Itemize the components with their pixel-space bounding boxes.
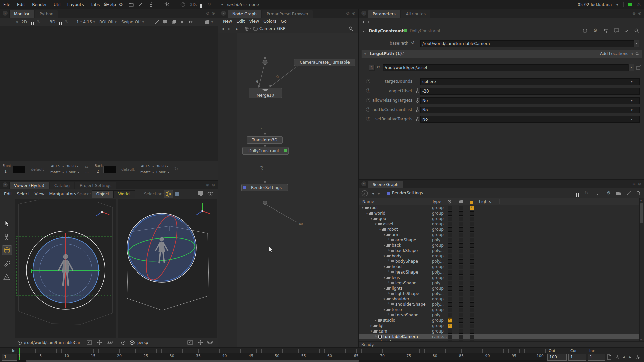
back-srgb-dropdown[interactable]: sRGB — [156, 164, 166, 168]
live-render-checkbox[interactable] — [470, 329, 474, 334]
front-color-dropdown[interactable]: Color — [66, 170, 75, 174]
search-icon[interactable] — [635, 52, 640, 56]
viewer-visibility-checkbox[interactable] — [448, 233, 452, 237]
value-dropdown-icon[interactable]: ▾ — [631, 99, 633, 102]
expander-icon[interactable]: ▾ — [382, 276, 386, 279]
scenegraph-row[interactable]: ▾ robot group — [359, 227, 639, 232]
viewer-visibility-checkbox[interactable] — [448, 254, 452, 258]
node-transform3d[interactable]: Transform3D — [247, 136, 283, 144]
expander-icon[interactable]: ▾ — [374, 222, 378, 226]
measure-tool-button[interactable] — [2, 272, 11, 282]
viewer-visibility-checkbox[interactable] — [448, 265, 452, 269]
curve-icon[interactable] — [138, 2, 143, 7]
viewer-visibility-checkbox[interactable] — [448, 217, 452, 221]
tab-project-settings[interactable]: Project Settings — [75, 182, 116, 189]
ratio-dropdown[interactable]: 1 : 4.15 — [76, 20, 92, 24]
scenegraph-row[interactable]: └ backShape poly... — [359, 248, 639, 253]
render-working-set-checkbox[interactable] — [459, 318, 463, 323]
live-render-checkbox[interactable] — [470, 265, 474, 269]
scenegraph-row[interactable]: ▾ lights group — [359, 286, 639, 291]
live-render-checkbox[interactable] — [470, 222, 474, 226]
scenegraph-row[interactable]: ▾ asset group — [359, 221, 639, 227]
node-state-icon[interactable] — [583, 28, 587, 33]
settings-gear-icon[interactable]: ⚙ — [103, 2, 108, 7]
viewer-visibility-checkbox[interactable] — [448, 259, 452, 264]
render-working-set-checkbox[interactable] — [459, 302, 463, 307]
back-matte-dropdown[interactable]: matte — [140, 170, 151, 174]
wand-icon[interactable] — [155, 20, 159, 24]
scenegraph-row[interactable]: ▾ head group — [359, 264, 639, 269]
viewer-visibility-checkbox[interactable] — [448, 249, 452, 253]
selection-globe-button[interactable] — [164, 190, 173, 198]
scenegraph-row[interactable]: └ legsShape poly... — [359, 280, 639, 286]
stereo-glasses-icon[interactable] — [107, 340, 113, 344]
targetpath-dropdown-button[interactable]: ▾ — [628, 64, 634, 71]
expander-icon[interactable]: ▾ — [382, 308, 386, 311]
back-swatch[interactable] — [103, 166, 116, 173]
expander-icon[interactable]: ▾ — [369, 217, 373, 220]
scene-filename-caret-icon[interactable]: ▾ — [616, 3, 618, 6]
expand-chevrons-icon[interactable]: » — [16, 20, 18, 24]
timeline-hscrollbar[interactable] — [17, 360, 547, 362]
menubar-item[interactable]: Util — [54, 2, 61, 7]
live-render-checkbox[interactable] — [470, 270, 474, 275]
nav-up-icon[interactable]: ▴ — [236, 26, 238, 31]
nodegraph-canvas[interactable]: i0 i1 in input o0 CameraCreate_TurnTable… — [218, 33, 358, 347]
live-render-checkbox[interactable] — [470, 308, 474, 312]
panel-menu-icon[interactable]: ▾ — [221, 11, 226, 16]
panel-close-icon[interactable]: ⊗ — [638, 11, 641, 16]
viewer-visibility-checkbox[interactable] — [448, 292, 452, 296]
keyframe-icon[interactable] — [416, 88, 419, 94]
clapper-icon[interactable] — [205, 20, 210, 24]
live-render-checkbox[interactable] — [470, 318, 474, 323]
live-render-checkbox[interactable] — [470, 206, 474, 210]
viewer-visibility-checkbox[interactable] — [448, 302, 452, 307]
front-swatch[interactable] — [13, 166, 25, 173]
basepath-dropdown-button[interactable]: ▾ — [634, 40, 639, 47]
live-render-checkbox[interactable] — [470, 259, 474, 264]
back-aces-dropdown[interactable]: ACES — [141, 164, 150, 168]
panel-maximize-icon[interactable]: ⊚ — [206, 183, 209, 187]
pause-2d-icon[interactable] — [31, 20, 34, 27]
live-render-checkbox[interactable] — [470, 249, 474, 253]
expander-icon[interactable]: └ — [387, 303, 391, 306]
reorder-button[interactable]: ⇅ — [369, 65, 375, 71]
scenegraph-row[interactable]: ▾ body group — [359, 253, 639, 259]
expander-icon[interactable]: ▾ — [382, 233, 386, 236]
scenegraph-row[interactable]: └ lightsShape poly... — [359, 291, 639, 296]
tab-node-graph[interactable]: Node Graph — [228, 10, 261, 18]
frame-ruler[interactable]: 1510152025303540455055606570758085909510… — [17, 348, 547, 360]
primitive-tool-button[interactable] — [2, 245, 12, 255]
expander-icon[interactable]: └ — [387, 270, 391, 274]
render-working-set-checkbox[interactable] — [459, 313, 463, 317]
diamonds-icon[interactable] — [188, 20, 193, 24]
render-working-set-checkbox[interactable] — [459, 281, 463, 285]
value-dropdown-icon[interactable]: ▾ — [631, 108, 633, 112]
expander-icon[interactable]: ▾ — [378, 228, 382, 231]
live-render-checkbox[interactable] — [470, 217, 474, 221]
scenegraph-row[interactable]: ▾ cam group — [359, 328, 639, 334]
scenegraph-row[interactable]: ▾ root group — [359, 205, 639, 210]
nodegraph-menu-item[interactable]: New — [223, 19, 232, 24]
space-object-button[interactable]: Object — [92, 191, 113, 198]
tab-python[interactable]: Python — [35, 10, 58, 18]
viewer-menu-item[interactable]: Edit — [4, 191, 12, 196]
nodegraph-menu-item[interactable]: Colors — [263, 19, 276, 24]
live-render-checkbox[interactable] — [470, 335, 474, 339]
expander-icon[interactable]: ▾ — [382, 265, 386, 268]
value-dropdown-icon[interactable]: ▾ — [631, 118, 633, 121]
panel-menu-icon[interactable]: ▾ — [3, 182, 8, 187]
ratio-caret-icon[interactable]: ▾ — [93, 20, 95, 24]
nodegraph-menu-item[interactable]: View — [249, 19, 259, 24]
menubar-item[interactable]: Render — [32, 2, 47, 7]
view-flag-badge[interactable] — [284, 149, 287, 152]
nav-back-icon[interactable]: ◂ — [222, 26, 224, 31]
render-working-set-checkbox[interactable] — [459, 335, 463, 339]
render-working-set-checkbox[interactable] — [459, 227, 463, 232]
hscroll-thumb[interactable] — [26, 360, 359, 362]
scenegraph-row[interactable]: ▾ arm group — [359, 232, 639, 237]
live-render-checkbox[interactable] — [470, 313, 474, 317]
front-srgb-dropdown[interactable]: sRGB — [66, 164, 76, 168]
panel-close-icon[interactable]: ⊗ — [212, 11, 215, 16]
viewport-right[interactable] — [118, 199, 217, 339]
